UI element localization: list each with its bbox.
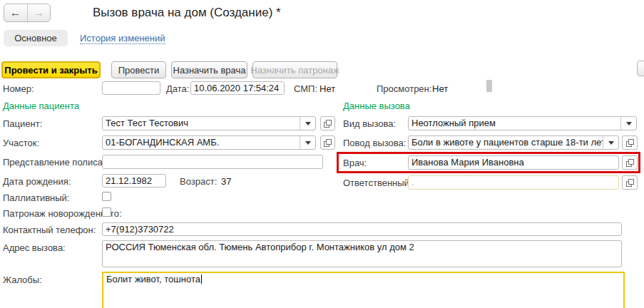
age-value: 37	[221, 176, 231, 187]
nav-forward-button[interactable]: →	[28, 4, 51, 21]
chevron-down-icon	[305, 122, 311, 125]
district-dropdown-button[interactable]	[300, 136, 315, 149]
date-label: Дата:	[166, 83, 189, 94]
text-cursor-caret	[201, 274, 202, 284]
viewed-label: Просмотрен:	[377, 83, 431, 94]
number-input[interactable]	[102, 81, 160, 95]
call-reason-dropdown-button[interactable]	[603, 136, 618, 149]
complaints-text: Болит живот, тошнота	[106, 274, 200, 284]
doctor-home-call-form: ← → Вызов врача на дом (Создание) * Осно…	[0, 0, 644, 308]
back-arrow-icon: ←	[10, 6, 21, 19]
chevron-down-icon	[626, 122, 632, 125]
doctor-open-button[interactable]	[622, 155, 638, 170]
call-type-label: Вид вызова:	[343, 118, 396, 129]
smp-label: СМП:	[294, 83, 317, 94]
call-type-combo[interactable]: Неотложный прием	[408, 116, 637, 130]
patient-value: Тест Тест Тестович	[103, 117, 300, 130]
chevron-down-icon	[608, 141, 614, 145]
responsible-label: Ответственный:	[343, 178, 412, 188]
viewed-value: Нет	[432, 83, 448, 94]
call-type-dropdown-button[interactable]	[620, 117, 636, 130]
phone-input[interactable]: +7(912)3730722	[102, 222, 622, 236]
chevron-down-icon	[305, 141, 311, 145]
tab-history-link[interactable]: История изменений	[80, 33, 165, 44]
assign-patronage-button[interactable]: Назначить патронаж	[252, 61, 337, 78]
date-input[interactable]: 10.06.2020 17:54:24	[190, 81, 285, 95]
patient-label: Пациент:	[3, 118, 42, 129]
birth-date-label: Дата рождения:	[3, 176, 71, 187]
address-label: Адрес вызова:	[3, 242, 66, 253]
doctor-input[interactable]: Иванова Мария Ивановна	[408, 155, 619, 170]
open-value-icon	[626, 139, 634, 147]
call-reason-label: Повод вызова:	[343, 138, 406, 148]
call-reason-combo[interactable]: Боли в животе у пациентов старше 18-ти л…	[408, 135, 619, 150]
number-label: Номер:	[3, 83, 34, 94]
call-section-title: Данные вызова	[343, 101, 410, 111]
age-label: Возраст:	[180, 176, 217, 187]
splitter-handle[interactable]	[486, 80, 492, 92]
address-textarea[interactable]: РОССИЯ Тюменская обл. Тюмень Автоприбор …	[102, 240, 622, 267]
district-open-button[interactable]	[320, 135, 335, 150]
complaints-textarea[interactable]: Болит живот, тошнота	[102, 272, 625, 308]
forward-arrow-icon: →	[33, 6, 44, 19]
palliative-checkbox[interactable]	[102, 192, 111, 201]
district-label: Участок:	[3, 138, 39, 148]
palliative-label: Паллиативный:	[3, 192, 69, 203]
district-value: 01-БОГАНДИНСКАЯ АМБ.	[103, 136, 300, 149]
responsible-input[interactable]: .	[408, 175, 619, 190]
patient-open-button[interactable]	[320, 116, 335, 130]
smp-value: Нет	[320, 83, 335, 94]
open-value-icon	[626, 179, 634, 187]
call-type-value: Неотложный прием	[409, 117, 620, 130]
responsible-open-button[interactable]	[622, 175, 638, 190]
call-reason-value: Боли в животе у пациентов старше 18-ти л…	[409, 136, 603, 149]
post-button[interactable]: Провести	[111, 61, 166, 78]
clipped-toolbar-button[interactable]	[637, 61, 644, 76]
tab-main[interactable]: Основное	[4, 30, 68, 46]
policy-label: Представление полиса:	[3, 157, 106, 168]
patient-combo[interactable]: Тест Тест Тестович	[102, 116, 316, 130]
phone-label: Контактный телефон:	[3, 225, 96, 235]
history-nav-group: ← →	[4, 4, 51, 22]
complaints-label: Жалобы:	[3, 274, 42, 285]
assign-doctor-button[interactable]: Назначить врача	[171, 61, 247, 78]
call-reason-open-button[interactable]	[622, 135, 638, 150]
birth-date-input[interactable]: 21.12.1982	[102, 174, 166, 188]
open-value-icon	[324, 139, 332, 147]
policy-input[interactable]	[102, 155, 323, 169]
patient-section-title: Данные пациента	[3, 101, 79, 111]
nav-back-button[interactable]: ←	[4, 4, 28, 21]
patient-dropdown-button[interactable]	[300, 117, 315, 130]
district-combo[interactable]: 01-БОГАНДИНСКАЯ АМБ.	[102, 135, 316, 150]
open-value-icon	[324, 120, 332, 128]
open-value-icon	[626, 159, 634, 167]
page-title: Вызов врача на дом (Создание) *	[93, 6, 281, 20]
newborn-patronage-checkbox[interactable]	[102, 207, 111, 217]
doctor-label: Врач:	[343, 158, 367, 168]
post-and-close-button[interactable]: Провести и закрыть	[1, 61, 101, 78]
